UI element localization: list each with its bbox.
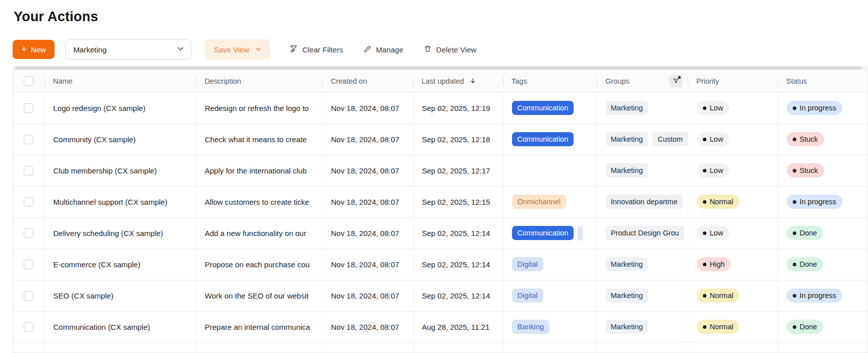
- status-badge: In progress: [787, 101, 843, 115]
- cell-select: [13, 249, 44, 280]
- table-row[interactable]: Community (CX sample)Check what it means…: [13, 124, 867, 155]
- priority-badge: Normal: [697, 195, 740, 209]
- status-dot-icon: [793, 106, 796, 110]
- status-badge: Stuck: [787, 163, 824, 178]
- cell-created-on: Nov 18, 2024, 08:07: [322, 186, 413, 217]
- cell-created-on: Nov 18, 2024, 08:07: [322, 155, 413, 186]
- cell-priority: Normal: [688, 186, 778, 217]
- column-header-priority[interactable]: Priority: [688, 70, 778, 92]
- clear-filters-button[interactable]: Clear Filters: [289, 44, 343, 54]
- group-pill: Product Design Grou: [606, 226, 684, 240]
- cell-select: [13, 311, 44, 342]
- priority-dot-icon: [703, 231, 706, 235]
- view-selector-value: Marketing: [73, 45, 107, 54]
- column-header-description[interactable]: Description: [196, 70, 322, 92]
- cell-status: Done: [778, 311, 867, 342]
- cell-priority: Low: [688, 124, 778, 155]
- column-header-status[interactable]: Status: [778, 70, 867, 92]
- row-checkbox[interactable]: [24, 135, 33, 144]
- table-row[interactable]: Multichannel support (CX sample)Allow cu…: [13, 186, 867, 217]
- select-all-checkbox[interactable]: [24, 76, 33, 86]
- table-row[interactable]: Logo redesign (CX sample)Redesign or ref…: [13, 92, 867, 124]
- column-label: Created on: [331, 77, 367, 85]
- cell-name: Logo redesign (CX sample): [44, 92, 196, 124]
- cell-last-updated: Sep 02, 2025, 12:14: [413, 249, 503, 280]
- filter-active-dot: [678, 76, 681, 79]
- row-checkbox[interactable]: [24, 322, 33, 332]
- status-dot-icon: [793, 138, 796, 141]
- column-header-groups[interactable]: Groups: [597, 70, 688, 92]
- table-row[interactable]: SEO (CX sample)Work on the SEO of our we…: [13, 280, 867, 311]
- scrollbar-thumb[interactable]: [15, 67, 861, 70]
- new-button[interactable]: + New: [13, 40, 55, 59]
- row-checkbox[interactable]: [24, 260, 33, 269]
- cell-name: Delivery scheduling (CX sample): [44, 217, 196, 249]
- column-header-name[interactable]: Name: [44, 70, 196, 92]
- priority-dot-icon: [703, 106, 706, 110]
- row-checkbox[interactable]: [24, 197, 33, 207]
- view-selector[interactable]: Marketing: [65, 39, 191, 60]
- priority-badge: Normal: [697, 320, 740, 334]
- horizontal-scrollbar[interactable]: [13, 66, 867, 70]
- groups-filter-button[interactable]: [669, 75, 683, 87]
- status-badge: Done: [787, 257, 824, 271]
- group-pill: Custom: [652, 132, 688, 146]
- cell-description: Add a new functionality on our: [196, 217, 322, 249]
- cell-groups: Innovation departme: [597, 186, 688, 217]
- cell-groups: Marketing: [597, 249, 688, 280]
- cell-select: [13, 92, 44, 124]
- tag-pill: Communication: [512, 132, 574, 146]
- cell-select: [13, 155, 44, 186]
- column-header-tags[interactable]: Tags: [503, 70, 597, 92]
- column-header-created-on[interactable]: Created on: [322, 70, 413, 92]
- column-label: Groups: [605, 77, 630, 85]
- manage-button[interactable]: Manage: [364, 45, 403, 54]
- table-header-row: NameDescriptionCreated onLast updatedTag…: [13, 70, 867, 92]
- cell-priority: Normal: [688, 311, 778, 342]
- row-checkbox[interactable]: [24, 103, 33, 113]
- table-row-partial: [13, 342, 867, 353]
- cell-groups: MarketingCustom: [597, 124, 688, 155]
- table-row[interactable]: Delivery scheduling (CX sample)Add a new…: [13, 217, 867, 249]
- filter-clear-icon: [289, 44, 298, 54]
- cell-select: [13, 280, 44, 311]
- toolbar: + New Marketing Save View Clear Filters: [13, 39, 868, 60]
- status-badge: Stuck: [787, 132, 824, 146]
- column-header-last-updated[interactable]: Last updated: [413, 70, 503, 92]
- cell-priority: High: [688, 249, 778, 280]
- cell-created-on: Nov 18, 2024, 08:07: [322, 249, 413, 280]
- priority-badge: Low: [697, 226, 730, 240]
- status-dot-icon: [793, 325, 796, 329]
- status-badge: In progress: [787, 195, 843, 209]
- cell-created-on: Nov 18, 2024, 08:07: [322, 217, 413, 249]
- cell-last-updated: Sep 02, 2025, 12:19: [413, 92, 503, 124]
- save-view-button[interactable]: Save View: [205, 39, 270, 60]
- group-pill: Marketing: [606, 101, 648, 115]
- cell-created-on: Nov 18, 2024, 08:07: [322, 92, 413, 124]
- delete-view-button[interactable]: Delete View: [424, 44, 477, 54]
- table-row[interactable]: E-commerce (CX sample)Propose on each pu…: [13, 249, 867, 280]
- toolbar-ghost-buttons: Clear Filters Manage Delete View: [289, 44, 477, 54]
- sort-desc-icon[interactable]: [469, 77, 477, 85]
- cell-last-updated: Sep 02, 2025, 12:15: [413, 186, 503, 217]
- cell-name: SEO (CX sample): [44, 280, 196, 311]
- row-checkbox[interactable]: [24, 166, 33, 175]
- row-checkbox[interactable]: [24, 228, 33, 238]
- tag-pill: Onmichannel: [512, 195, 566, 209]
- cell-name: Communication (CX sample): [44, 311, 196, 342]
- column-label: Description: [205, 77, 241, 85]
- status-dot-icon: [793, 200, 796, 204]
- cell-priority: Low: [688, 155, 778, 186]
- cell-tags: [503, 155, 597, 186]
- table-row[interactable]: Club membership (CX sample)Apply for the…: [13, 155, 867, 186]
- status-badge: Done: [787, 320, 824, 334]
- cell-status: In progress: [778, 92, 867, 124]
- cell-status: Done: [778, 249, 867, 280]
- priority-dot-icon: [703, 169, 706, 172]
- cell-priority: Low: [688, 217, 778, 249]
- cell-description: Allow customers to create ticke: [196, 186, 322, 217]
- cell-priority: Low: [688, 92, 778, 124]
- row-checkbox[interactable]: [24, 291, 33, 301]
- cell-created-on: Nov 18, 2024, 08:07: [322, 124, 413, 155]
- table-row[interactable]: Communication (CX sample)Prepare an inte…: [13, 311, 867, 342]
